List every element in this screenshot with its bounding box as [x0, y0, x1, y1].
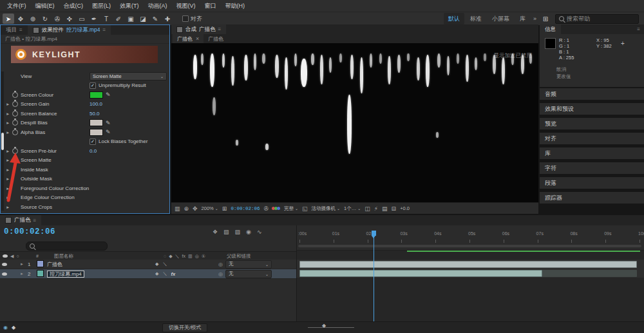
panel-tab[interactable]: 音频	[540, 88, 644, 100]
parent-dropdown[interactable]: 无⌄	[225, 260, 272, 269]
view-dropdown[interactable]: Screen Matte⌄	[90, 72, 167, 81]
resolution-select[interactable]: 完整⌄	[284, 205, 298, 212]
tab-info[interactable]: 信息	[540, 24, 561, 34]
timeline-zoom-slider[interactable]	[308, 327, 354, 328]
panel-grid-icon[interactable]: ⊞	[540, 14, 551, 24]
eyedropper-icon[interactable]: ✎	[106, 129, 111, 135]
panel-tab[interactable]: 效果和预设	[540, 103, 644, 115]
pixel-aspect-icon[interactable]: ◫	[365, 205, 370, 212]
time-ruler[interactable]: :00s01s02s03s04s05s06s07s08s09s10s	[297, 225, 644, 251]
layer-name[interactable]: 广描色	[47, 261, 155, 268]
menu-item[interactable]: 编辑(E)	[31, 0, 59, 12]
viewer-tab-active[interactable]: 广描色 ×	[173, 34, 204, 43]
keylight-effect-banner[interactable]: KEYLIGHT	[11, 46, 158, 63]
3d-layer-icon[interactable]: ①	[202, 254, 205, 259]
layer-row[interactable]: ►1广描色◆＼◎无⌄	[0, 260, 296, 269]
visibility-toggle[interactable]	[0, 262, 12, 267]
scrollbar-thumb[interactable]	[1, 133, 4, 150]
stopwatch-icon[interactable]	[12, 148, 18, 154]
effect-property-row[interactable]: ✓Lock Biases Together	[6, 137, 167, 147]
effect-property-row[interactable]: ►Edge Colour Correction	[6, 193, 167, 203]
roto-brush-tool-icon[interactable]: ✎	[149, 14, 161, 24]
property-value[interactable]: 0.0	[90, 148, 97, 154]
playhead-handle[interactable]	[372, 231, 376, 236]
panel-menu-icon[interactable]: ≡	[19, 27, 23, 33]
flowchart-button-icon[interactable]: ⊟	[392, 205, 397, 212]
camera-tool-icon[interactable]: ✇	[52, 14, 63, 24]
snap-checkbox[interactable]	[182, 15, 189, 22]
effect-property-row[interactable]: ►Screen Balance50.0	[6, 109, 167, 119]
zoom-slider-thumb[interactable]: ◆	[322, 323, 326, 328]
eraser-tool-icon[interactable]: ◪	[137, 14, 149, 24]
layer-name[interactable]: 控刀绿幕.mp4	[47, 271, 155, 278]
effect-property-row[interactable]: Screen Colour✎	[6, 90, 167, 100]
camera-view-select[interactable]: 活动摄像机⌄	[311, 205, 340, 212]
switch-icon[interactable]: ＼	[162, 261, 167, 267]
effects-badge-icon[interactable]: fx	[171, 271, 175, 277]
snap-toggle[interactable]: 对齐	[182, 15, 202, 23]
panel-tab[interactable]: 跟踪器	[540, 192, 644, 204]
effect-property-row[interactable]: ►Foreground Colour Correction	[6, 184, 167, 193]
effect-property-row[interactable]: ►Outside Mask	[6, 175, 167, 184]
view-layout-select[interactable]: 1个…⌄	[344, 205, 361, 212]
stopwatch-icon[interactable]	[12, 92, 18, 98]
panel-menu-icon[interactable]: ≡	[33, 218, 37, 224]
grid-guides-icon[interactable]: ⊞	[222, 205, 227, 212]
frame-blending-icon[interactable]: ▨	[235, 229, 241, 235]
layer-duration-bar[interactable]	[299, 270, 542, 277]
visibility-toggle[interactable]	[0, 271, 12, 277]
expander-icon[interactable]: ►	[6, 102, 12, 106]
selection-tool-icon[interactable]: ➤	[3, 14, 14, 24]
zoom-in-icon[interactable]: ⊕	[184, 205, 189, 212]
layer-label-chip[interactable]	[37, 260, 47, 269]
menu-item[interactable]: 帮助(H)	[221, 0, 250, 12]
menu-item[interactable]: 视图(V)	[172, 0, 200, 12]
expander-icon[interactable]: ►	[6, 158, 12, 162]
panel-tab[interactable]: 对齐	[540, 133, 644, 144]
timeline-button-icon[interactable]: ▤	[382, 205, 388, 212]
switch-icon[interactable]: ◆	[155, 271, 158, 276]
expand-diamond-icon[interactable]: ◆	[12, 325, 15, 330]
color-swatch[interactable]	[90, 91, 103, 99]
tab-composition[interactable]: 合成 广描色 ≡	[171, 24, 226, 34]
draft-3d-icon[interactable]: ▧	[223, 229, 229, 235]
menu-item[interactable]: 动画(A)	[144, 0, 172, 12]
stopwatch-icon[interactable]	[12, 101, 18, 107]
brush-tool-icon[interactable]: ✐	[113, 14, 124, 24]
effect-property-row[interactable]: ViewScreen Matte⌄	[6, 71, 167, 81]
property-checkbox[interactable]: ✓	[90, 138, 96, 145]
panel-tab[interactable]: 库	[540, 147, 644, 159]
workspace-tab[interactable]: 标准	[466, 13, 486, 24]
tab-project[interactable]: 项目 ≡	[1, 25, 28, 35]
effects-icon[interactable]: fx	[182, 254, 185, 258]
effect-property-row[interactable]: ►Inside Mask	[6, 165, 167, 175]
pickwhip-icon[interactable]: ◎	[218, 262, 223, 267]
toggle-switches-modes-button[interactable]: 切换开关/模式	[162, 323, 207, 332]
tab-timeline-comp[interactable]: 广描色 ≡	[0, 215, 41, 225]
property-value[interactable]: 50.0	[90, 111, 100, 117]
effect-property-row[interactable]: ✓Unpremultiply Result	[6, 81, 167, 91]
show-channel-icon[interactable]	[272, 207, 280, 210]
snapshot-icon[interactable]: ✇	[263, 205, 269, 212]
viewer-tab-inactive[interactable]: 广描色	[204, 34, 228, 43]
effect-panel-scrollbar[interactable]	[1, 71, 4, 211]
eyedropper-icon[interactable]: ✎	[106, 120, 111, 126]
layer-expander-icon[interactable]: ►	[20, 262, 28, 266]
pickwhip-icon[interactable]: ◎	[218, 271, 223, 277]
workspace-overflow-button[interactable]: »	[530, 15, 540, 22]
menu-item[interactable]: 文件(F)	[3, 0, 31, 12]
puppet-pin-tool-icon[interactable]: ✚	[162, 14, 173, 24]
expander-icon[interactable]: ►	[6, 167, 12, 172]
menu-item[interactable]: 窗口	[200, 0, 221, 12]
effect-property-row[interactable]: ►Screen Matte	[6, 156, 167, 166]
motion-blur-switch-icon[interactable]: ◎	[195, 254, 199, 259]
expander-icon[interactable]: ►	[6, 120, 12, 125]
expander-icon[interactable]: ►	[6, 111, 12, 116]
help-search-input[interactable]: 搜索帮助	[555, 14, 639, 24]
playhead-line[interactable]	[374, 236, 374, 322]
panel-menu-icon[interactable]: ≡	[218, 26, 222, 32]
effect-property-row[interactable]: ►Screen Pre-blur0.0	[6, 146, 167, 156]
collapse-transformations-icon[interactable]: ◆	[169, 254, 172, 259]
panel-menu-icon[interactable]: ≡	[633, 26, 644, 32]
hand-icon[interactable]: ✥	[193, 205, 198, 212]
